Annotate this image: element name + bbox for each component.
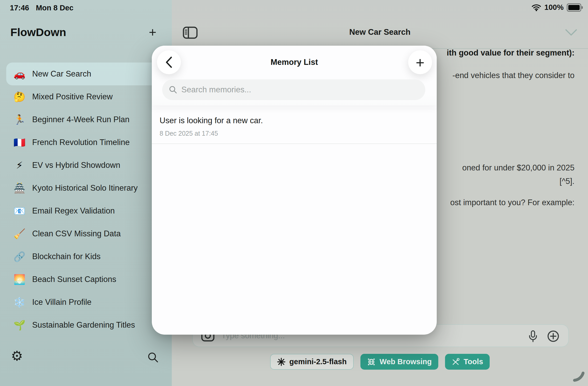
- chat-text-line: oned for under $20,000 in 2025: [462, 163, 575, 173]
- sidebar-item-conversation[interactable]: 🧹 Clean CSV Missing Data: [6, 222, 169, 245]
- sidebar-item-conversation[interactable]: ⚡ EV vs Hybrid Showdown: [6, 154, 169, 177]
- sidebar: 17:46 Mon 8 Dec FlowDown + 🚗 New Car Sea…: [0, 0, 172, 386]
- conversation-label: Email Regex Validation: [32, 206, 115, 216]
- model-selector-button[interactable]: gemini-2.5-flash: [270, 354, 354, 370]
- chat-text-line: -end vehicles that they consider to: [453, 71, 575, 80]
- sidebar-item-conversation[interactable]: 🔗 Blockchain for Kids: [6, 245, 169, 268]
- conversation-emoji-icon: 🌱: [12, 320, 27, 331]
- conversation-list: 🚗 New Car Search 🤔 Mixed Positive Review…: [6, 63, 169, 336]
- new-chat-button[interactable]: +: [145, 25, 160, 39]
- memory-search-field[interactable]: Search memories...: [162, 79, 425, 100]
- conversation-emoji-icon: 🔗: [12, 251, 27, 262]
- memory-search-placeholder: Search memories...: [181, 85, 251, 94]
- modal-title: Memory List: [152, 58, 437, 67]
- corner-arc-decoration: [568, 367, 586, 383]
- memory-list-modal: Memory List + Search memories... User is…: [152, 46, 437, 335]
- conversation-emoji-icon: 🏃: [12, 114, 27, 125]
- sidebar-item-conversation[interactable]: 🌱 Sustainable Gardening Titles: [6, 314, 169, 336]
- web-globe-icon: [367, 357, 376, 366]
- sidebar-item-conversation[interactable]: 📧 Email Regex Validation: [6, 199, 169, 222]
- conversation-emoji-icon: 🚗: [12, 68, 27, 80]
- sidebar-item-conversation[interactable]: 🇫🇷 French Revolution Timeline: [6, 131, 169, 154]
- memory-list-item[interactable]: User is looking for a new car. 8 Dec 202…: [152, 109, 437, 144]
- conversation-label: Beginner 4-Week Run Plan: [32, 115, 129, 124]
- conversation-label: Beach Sunset Captions: [32, 275, 116, 284]
- memory-list: User is looking for a new car. 8 Dec 202…: [152, 109, 437, 144]
- conversation-label: Clean CSV Missing Data: [32, 229, 121, 238]
- conversation-label: Sustainable Gardening Titles: [32, 320, 135, 330]
- status-time: 17:46: [10, 4, 29, 12]
- conversation-label: Ice Villain Profile: [32, 298, 92, 307]
- conversation-emoji-icon: 🤔: [12, 91, 27, 102]
- conversation-label: French Revolution Timeline: [32, 138, 130, 147]
- conversation-label: Kyoto Historical Solo Itinerary: [32, 183, 138, 193]
- chat-text-line: ith good value for their segment):: [447, 48, 575, 58]
- chat-text-line: [^5].: [559, 177, 575, 186]
- tools-button[interactable]: Tools: [445, 354, 490, 370]
- sidebar-item-conversation[interactable]: 🚗 New Car Search: [6, 63, 169, 85]
- chat-text-line: ost important to you? For example:: [450, 198, 575, 207]
- conversation-label: EV vs Hybrid Showdown: [32, 161, 120, 170]
- web-browsing-button[interactable]: Web Browsing: [360, 354, 438, 370]
- memory-timestamp: 8 Dec 2025 at 17:45: [160, 130, 429, 137]
- web-browsing-label: Web Browsing: [380, 357, 432, 366]
- sidebar-item-conversation[interactable]: ❄️ Ice Villain Profile: [6, 291, 169, 314]
- sidebar-item-conversation[interactable]: 🤔 Mixed Positive Review: [6, 85, 169, 108]
- conversation-label: Mixed Positive Review: [32, 92, 113, 101]
- conversation-emoji-icon: 🌅: [12, 274, 27, 285]
- sidebar-item-conversation[interactable]: 🏃 Beginner 4-Week Run Plan: [6, 108, 169, 131]
- microphone-icon[interactable]: [528, 330, 538, 343]
- sidebar-item-conversation[interactable]: 🏯 Kyoto Historical Solo Itinerary: [6, 177, 169, 199]
- conversation-label: New Car Search: [32, 69, 91, 79]
- conversation-emoji-icon: 🇫🇷: [12, 137, 27, 148]
- app-screen: 17:46 Mon 8 Dec FlowDown + 🚗 New Car Sea…: [0, 0, 588, 386]
- conversation-emoji-icon: ⚡: [12, 160, 27, 171]
- tools-icon: [452, 358, 460, 366]
- model-name-label: gemini-2.5-flash: [289, 357, 347, 366]
- toolbar-buttons-row: gemini-2.5-flash Web Browsing To: [172, 354, 588, 370]
- sidebar-item-conversation[interactable]: 🌅 Beach Sunset Captions: [6, 268, 169, 291]
- search-icon: [169, 86, 177, 94]
- conversation-emoji-icon: 🧹: [12, 228, 27, 239]
- asterisk-icon: [277, 358, 285, 366]
- memory-text: User is looking for a new car.: [160, 116, 429, 125]
- conversation-emoji-icon: 📧: [12, 205, 27, 217]
- app-title: FlowDown: [10, 26, 66, 39]
- sidebar-search-icon[interactable]: [147, 352, 159, 363]
- tools-label: Tools: [464, 357, 483, 366]
- conversation-emoji-icon: ❄️: [12, 297, 27, 308]
- status-bar-left: 17:46 Mon 8 Dec: [10, 4, 73, 12]
- settings-gear-icon[interactable]: ⚙: [11, 349, 23, 363]
- status-date: Mon 8 Dec: [36, 4, 73, 12]
- attach-plus-icon[interactable]: [547, 330, 559, 342]
- conversation-emoji-icon: 🏯: [12, 183, 27, 194]
- add-memory-button[interactable]: +: [408, 50, 432, 74]
- conversation-label: Blockchain for Kids: [32, 252, 101, 261]
